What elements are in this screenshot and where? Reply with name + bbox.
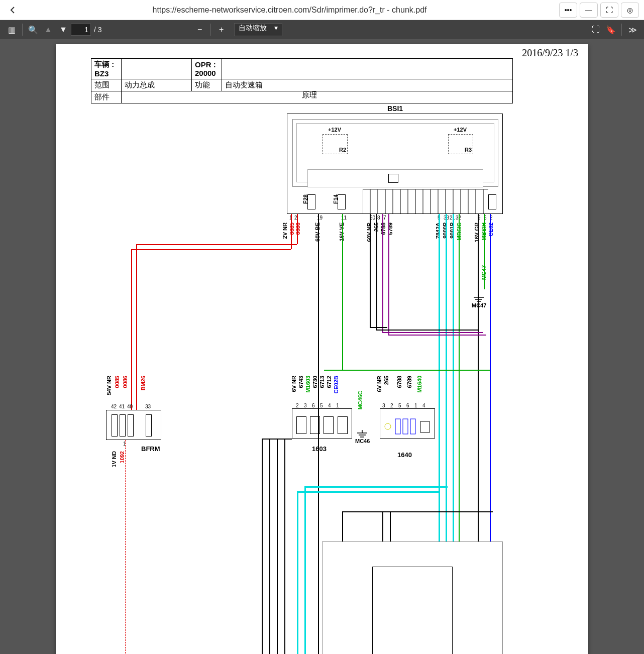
- zoom-in-icon[interactable]: +: [214, 22, 229, 37]
- bookmark-icon[interactable]: 🔖: [603, 22, 618, 37]
- fullscreen-icon[interactable]: ⛶: [588, 22, 603, 37]
- connector-1640: [380, 408, 435, 439]
- fuse-right: [488, 194, 496, 209]
- target-button[interactable]: ◎: [621, 3, 639, 18]
- svg-rect-28: [403, 419, 408, 434]
- back-button[interactable]: [5, 3, 20, 18]
- zoom-select[interactable]: 自动缩放 ▾: [234, 23, 282, 36]
- ground-icon: [473, 294, 485, 302]
- window-controls: ••• — ⛶ ◎: [559, 3, 639, 18]
- pdf-page: 2016/9/23 1/3 车辆 : BZ3 OPR : 20000 范围 动力…: [56, 44, 588, 654]
- svg-rect-27: [395, 419, 400, 434]
- zoom-out-icon[interactable]: −: [192, 22, 207, 37]
- fuse-f28: [307, 194, 315, 209]
- relay-r2: +12V R2: [323, 134, 348, 154]
- svg-rect-29: [410, 419, 415, 434]
- pdf-viewport[interactable]: 2016/9/23 1/3 车辆 : BZ3 OPR : 20000 范围 动力…: [0, 39, 644, 654]
- more-button[interactable]: •••: [559, 3, 577, 18]
- ground-icon: [356, 430, 368, 438]
- tools-icon[interactable]: ≫: [625, 22, 640, 37]
- bsi1-label: BSI1: [387, 104, 403, 113]
- page-number-input[interactable]: [71, 24, 91, 36]
- page-up-icon[interactable]: ▲: [41, 22, 56, 37]
- pdf-toolbar: ▥ 🔍 ▲ ▼ / 3 − + 自动缩放 ▾ ⛶ 🔖 ≫: [0, 20, 644, 39]
- svg-rect-30: [420, 421, 430, 432]
- search-icon[interactable]: 🔍: [26, 22, 41, 37]
- fuse-f14: [338, 194, 346, 209]
- diagram-title: 原理: [302, 90, 317, 100]
- page-down-icon[interactable]: ▼: [56, 22, 71, 37]
- date-stamp: 2016/9/23 1/3: [522, 47, 578, 59]
- minimize-button[interactable]: —: [580, 3, 598, 18]
- page-total-label: / 3: [94, 26, 102, 34]
- sidebar-toggle-icon[interactable]: ▥: [4, 22, 19, 37]
- relay-r3: +12V R3: [448, 134, 473, 154]
- wiring-diagram: BSI1 +12V R2 +12V R3 F28: [91, 104, 543, 654]
- bsi1-box: +12V R2 +12V R3 F28 F14: [287, 114, 503, 214]
- connector-1603: [292, 408, 352, 439]
- window-titlebar: https://escheme-networkservice.citroen.c…: [0, 0, 644, 20]
- page-url: https://escheme-networkservice.citroen.c…: [20, 6, 559, 15]
- bfrm-box: [106, 410, 161, 440]
- svg-point-26: [385, 423, 391, 429]
- maximize-button[interactable]: ⛶: [600, 3, 618, 18]
